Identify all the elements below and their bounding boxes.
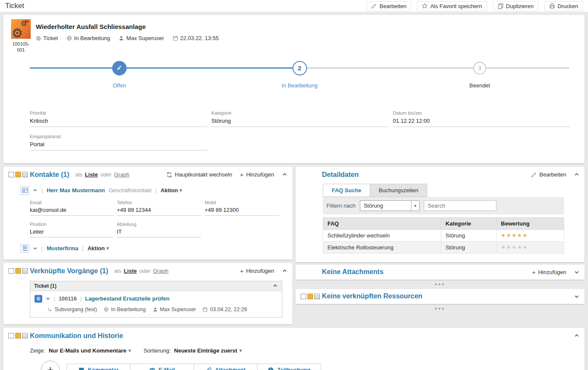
attachment-tab[interactable]: Attachment bbox=[194, 364, 258, 370]
check-icon: ✓ bbox=[116, 64, 122, 72]
collapse-linked-tickets-chevron[interactable] bbox=[282, 268, 287, 274]
comment-tab[interactable]: Kommentar bbox=[67, 364, 130, 370]
comment-icon bbox=[78, 367, 84, 370]
faq-cell: Elektrische Rollosteuerung bbox=[323, 241, 441, 253]
rating-stars: ★★★★★ bbox=[496, 241, 564, 253]
faq-row[interactable]: Elektrische Rollosteuerung Störung ★★★★★ bbox=[323, 241, 564, 253]
linked-ticket-title-link[interactable]: Lagerbestand Ersatzteile prüfen bbox=[85, 295, 169, 302]
resize-handle[interactable]: ••• bbox=[295, 306, 585, 311]
contact-field-position: Position Leiter bbox=[30, 222, 113, 237]
communication-controls: Zeige: Nur E-Mails und Kommentare ▾ Sort… bbox=[3, 344, 585, 361]
linked-tickets-title: Verknüpfte Vorgänge (1) bbox=[30, 267, 108, 275]
ticket-type-label: Ticket bbox=[43, 35, 58, 41]
add-attachment-button[interactable]: + Hinzufügen bbox=[532, 269, 566, 275]
field-value: IT bbox=[117, 227, 201, 237]
expand-attachments-chevron[interactable] bbox=[574, 269, 579, 275]
switch-main-contact-button[interactable]: Hauptkontakt wechseln bbox=[166, 171, 232, 178]
view-list-link[interactable]: Liste bbox=[124, 268, 136, 274]
contact-action-menu[interactable]: Aktion ▾ bbox=[161, 187, 182, 194]
caret-down-icon: ▾ bbox=[180, 188, 182, 193]
collapse-group-chevron[interactable] bbox=[272, 283, 278, 289]
panel-icon bbox=[15, 333, 21, 338]
favorite-button[interactable]: Als Favorit speichern bbox=[417, 1, 487, 11]
separator: | bbox=[41, 245, 43, 251]
kategorie-cell: Störung bbox=[441, 241, 496, 253]
faq-search-input[interactable] bbox=[424, 200, 496, 211]
expand-linked-ticket-chevron[interactable] bbox=[46, 296, 50, 301]
tab-buchungszeiten[interactable]: Buchungszeiten bbox=[370, 184, 427, 197]
contact-field-abteilung: Abteilung IT bbox=[117, 222, 201, 237]
compose-tabs: Kommentar E-Mail Attachment Zeitbuchung bbox=[67, 364, 321, 370]
field-value: kai@consol.de bbox=[30, 205, 113, 216]
sort-dropdown[interactable]: Neueste Einträge zuerst ▾ bbox=[174, 347, 242, 354]
timebooking-tab[interactable]: Zeitbuchung bbox=[257, 364, 321, 370]
field-label: Mobil bbox=[205, 200, 279, 205]
linked-relation-label: Subvorgang (fest) bbox=[55, 306, 97, 312]
duplicate-button[interactable]: Duplizieren bbox=[493, 1, 539, 11]
linked-date-label: 03.04.22, 22:29 bbox=[210, 306, 247, 312]
switch-main-contact-label: Hauptkontakt wechseln bbox=[175, 171, 232, 178]
expand-company-chevron[interactable] bbox=[33, 246, 38, 251]
field-kategorie: Kategorie Störung bbox=[211, 110, 389, 127]
add-linked-ticket-button[interactable]: + Hinzufügen bbox=[240, 268, 274, 274]
field-label: Priorität bbox=[30, 110, 207, 116]
rating-stars: ★★★★★ bbox=[496, 229, 564, 241]
print-button[interactable]: Drucken bbox=[545, 1, 583, 11]
flag-icon bbox=[25, 20, 29, 26]
step-label: Beendet bbox=[446, 82, 514, 89]
stepper-line-pending bbox=[300, 67, 570, 69]
add-contact-button[interactable]: + Hinzufügen bbox=[240, 171, 274, 178]
favorite-button-label: Als Favorit speichern bbox=[430, 3, 482, 9]
gear-icon: ⚙ bbox=[36, 296, 41, 301]
compose-row: + Kommentar E-Mail Attachment Zeitbuchun… bbox=[3, 361, 585, 370]
field-label: Kategorie bbox=[211, 110, 389, 116]
separator: | bbox=[41, 187, 43, 194]
collapse-communication-chevron[interactable] bbox=[574, 333, 579, 338]
linked-assignee: Max Superuser bbox=[153, 306, 196, 312]
add-linked-ticket-label: Hinzufügen bbox=[246, 268, 274, 274]
linked-ticket-id: 100116 bbox=[58, 295, 77, 302]
linked-date: 03.04.22, 22:29 bbox=[203, 306, 247, 312]
workflow-stepper: ✓ Offen 2 In Bearbeitung 3 Beendet bbox=[30, 61, 569, 91]
timebooking-tab-label: Zeitbuchung bbox=[277, 367, 310, 370]
globe-icon bbox=[67, 35, 72, 41]
collapse-details-chevron[interactable] bbox=[574, 172, 579, 177]
print-button-label: Drucken bbox=[558, 3, 578, 9]
step-label: Offen bbox=[85, 82, 154, 89]
ticket-created: 22.03.22, 13:55 bbox=[173, 35, 219, 41]
panel-icon bbox=[307, 294, 313, 299]
bewertung-column-header: Bewertung bbox=[496, 217, 564, 229]
filter-select[interactable]: Störung ▾ bbox=[360, 200, 420, 211]
company-action-menu[interactable]: Aktion ▾ bbox=[87, 245, 109, 251]
tab-faq-suche[interactable]: FAQ Suche bbox=[323, 184, 370, 197]
view-list-link[interactable]: Liste bbox=[85, 171, 98, 178]
edit-details-label: Bearbeiten bbox=[539, 171, 566, 178]
chevron-up-icon bbox=[282, 268, 287, 274]
stepper-line-done bbox=[30, 67, 300, 69]
faq-row[interactable]: Schließzylinder wechseln Störung ★★★★★ bbox=[323, 229, 564, 241]
ticket-id: 100105-001 bbox=[9, 41, 33, 53]
resize-handle[interactable]: ••• bbox=[295, 282, 585, 287]
company-name-link[interactable]: Musterfirma bbox=[46, 245, 78, 251]
left-column: Kontakte (1) als Liste oder Graph Hauptk… bbox=[3, 167, 293, 324]
edit-button[interactable]: Bearbeiten bbox=[366, 1, 411, 11]
view-graph-link[interactable]: Graph bbox=[114, 171, 129, 178]
linked-view-switch: als Liste oder Graph bbox=[114, 268, 168, 274]
step-circle-active: 2 bbox=[293, 61, 307, 75]
kategorie-column-header: Kategorie bbox=[441, 217, 496, 229]
expand-resources-chevron[interactable] bbox=[574, 294, 579, 299]
collapse-contact-chevron[interactable] bbox=[33, 188, 38, 193]
add-entry-button[interactable]: + bbox=[41, 361, 60, 370]
view-graph-link[interactable]: Graph bbox=[153, 268, 168, 274]
contact-type-label: Geschäftskontakt bbox=[109, 187, 151, 194]
edit-details-button[interactable]: Bearbeiten bbox=[531, 171, 566, 178]
contact-action-label: Aktion bbox=[161, 187, 178, 194]
linked-ticket-row[interactable]: ⚙ | 100116 | Lagerbestand Ersatzteile pr… bbox=[30, 291, 282, 317]
panel-icons bbox=[9, 333, 30, 338]
show-filter-dropdown[interactable]: Nur E-Mails und Kommentare ▾ bbox=[49, 347, 131, 354]
collapse-contacts-chevron[interactable] bbox=[282, 172, 287, 177]
contact-name-link[interactable]: Herr Max Mustermann bbox=[46, 187, 105, 194]
field-label: Position bbox=[30, 222, 113, 227]
email-tab[interactable]: E-Mail bbox=[130, 364, 194, 370]
step-number: 3 bbox=[478, 65, 481, 72]
